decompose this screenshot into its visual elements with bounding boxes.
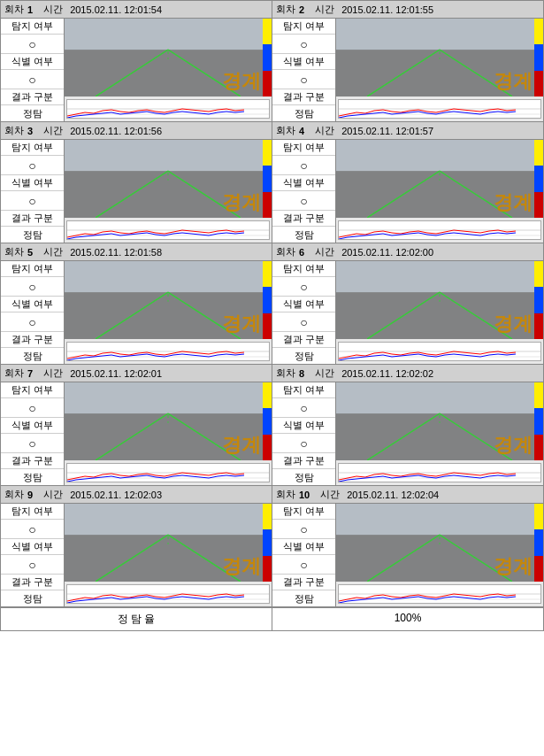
bar-blue-3	[263, 166, 272, 191]
color-bar-1	[263, 19, 272, 96]
bar-blue-5	[263, 287, 272, 312]
road-scene-8: 경계	[336, 382, 543, 460]
identification-circle-5: ○	[1, 312, 64, 332]
identification-label-6: 식별 여부	[272, 297, 335, 312]
labels-col-1: 탐지 여부 ○ 식별 여부 ○ 결과 구분 정탐	[1, 19, 65, 121]
bar-blue-2	[534, 44, 543, 70]
round-id-5: 5	[27, 247, 33, 258]
round-id-10: 10	[299, 490, 310, 500]
jungdam-label-4: 정탐	[272, 227, 335, 243]
result-label-4: 결과 구분	[272, 211, 335, 227]
color-bar-2	[534, 19, 543, 96]
bottom-row: 정 탐 율 100%	[0, 607, 544, 631]
result-label-6: 결과 구분	[272, 332, 335, 348]
graph-strip-6	[336, 339, 543, 364]
color-bar-3	[263, 140, 272, 218]
identification-circle-1: ○	[1, 70, 64, 89]
jungdam-label-10: 정탐	[272, 590, 335, 606]
image-col-7: 경계	[65, 382, 272, 485]
time-value-3: 2015.02.11. 12:01:56	[70, 126, 162, 136]
detection-circle-8: ○	[272, 398, 335, 418]
image-col-4: 경계	[336, 140, 543, 243]
labels-col-5: 탐지 여부 ○ 식별 여부 ○ 결과 구분 정탐	[1, 261, 65, 364]
bar-red-9	[263, 556, 272, 582]
graph-svg-3	[67, 221, 269, 239]
round-label-1: 회차	[4, 3, 24, 16]
graph-svg-1	[67, 100, 269, 118]
jungdam-label-2: 정탐	[272, 105, 335, 121]
graph-strip-3	[65, 218, 272, 243]
jungdam-label-5: 정탐	[1, 348, 64, 364]
bar-blue-8	[534, 408, 543, 434]
info-block-7: 탐지 여부 ○ 식별 여부 ○ 결과 구분 정탐 경계	[1, 382, 272, 485]
bar-blue-4	[534, 166, 543, 191]
detection-label-8: 탐지 여부	[272, 382, 335, 398]
graph-content-2	[338, 99, 541, 119]
bar-blue-9	[263, 529, 272, 555]
identification-label-2: 식별 여부	[272, 54, 335, 70]
detection-circle-6: ○	[272, 277, 335, 297]
detection-label-2: 탐지 여부	[272, 19, 335, 35]
identification-circle-7: ○	[1, 434, 64, 453]
round-content-7: 탐지 여부 ○ 식별 여부 ○ 결과 구분 정탐 경계	[1, 382, 272, 485]
info-block-1: 탐지 여부 ○ 식별 여부 ○ 결과 구분 정탐 경계	[1, 19, 272, 121]
round-content-3: 탐지 여부 ○ 식별 여부 ○ 결과 구분 정탐 경계	[1, 140, 272, 243]
time-label-5: 시간	[43, 245, 63, 258]
road-scene-3: 경계	[65, 140, 272, 218]
color-bar-8	[534, 382, 543, 460]
bar-yellow-8	[534, 382, 543, 408]
round-cell-1: 회차 1 시간 2015.02.11. 12:01:54 탐지 여부 ○ 식별 …	[1, 1, 272, 122]
color-bar-4	[534, 140, 543, 218]
round-cell-8: 회차 8 시간 2015.02.11. 12:02:02 탐지 여부 ○ 식별 …	[272, 365, 544, 486]
graph-svg-4	[339, 221, 540, 239]
round-header-7: 회차 7 시간 2015.02.11. 12:02:01	[1, 365, 272, 382]
identification-label-8: 식별 여부	[272, 418, 335, 434]
identification-circle-10: ○	[272, 555, 335, 575]
bar-red-5	[263, 313, 272, 339]
detection-circle-5: ○	[1, 277, 64, 297]
color-bar-6	[534, 261, 543, 339]
identification-label-5: 식별 여부	[1, 297, 64, 312]
detection-circle-9: ○	[1, 520, 64, 539]
bar-yellow-5	[263, 261, 272, 287]
identification-label-7: 식별 여부	[1, 418, 64, 434]
graph-content-5	[66, 342, 270, 361]
identification-label-3: 식별 여부	[1, 175, 64, 191]
identification-label-9: 식별 여부	[1, 539, 64, 555]
time-label-9: 시간	[43, 488, 63, 501]
identification-circle-3: ○	[1, 191, 64, 211]
result-label-10: 결과 구분	[272, 575, 335, 590]
round-content-6: 탐지 여부 ○ 식별 여부 ○ 결과 구분 정탐 경계	[272, 261, 543, 364]
round-cell-10: 회차 10 시간 2015.02.11. 12:02:04 탐지 여부 ○ 식별…	[272, 486, 544, 607]
round-label-6: 회차	[276, 245, 295, 258]
time-label-8: 시간	[315, 366, 334, 380]
detection-circle-3: ○	[1, 156, 64, 175]
graph-svg-7	[67, 464, 269, 482]
bar-yellow-4	[534, 140, 543, 166]
bar-blue-1	[263, 44, 272, 70]
road-scene-6: 경계	[336, 261, 543, 339]
time-label-4: 시간	[315, 124, 334, 137]
round-header-3: 회차 3 시간 2015.02.11. 12:01:56	[1, 122, 272, 140]
round-content-2: 탐지 여부 ○ 식별 여부 ○ 결과 구분 정탐 경계	[272, 19, 543, 121]
color-bar-9	[263, 504, 272, 582]
round-label-5: 회차	[4, 245, 24, 258]
time-label-10: 시간	[320, 488, 340, 501]
time-value-9: 2015.02.11. 12:02:03	[70, 490, 162, 500]
jungdam-label-1: 정탐	[1, 105, 64, 121]
round-cell-2: 회차 2 시간 2015.02.11. 12:01:55 탐지 여부 ○ 식별 …	[272, 1, 544, 122]
graph-strip-9	[65, 582, 272, 606]
image-col-3: 경계	[65, 140, 272, 243]
bar-yellow-1	[263, 19, 272, 44]
result-label-5: 결과 구분	[1, 332, 64, 348]
info-block-4: 탐지 여부 ○ 식별 여부 ○ 결과 구분 정탐 경계	[272, 140, 543, 243]
round-label-7: 회차	[4, 366, 24, 380]
graph-svg-6	[339, 343, 540, 360]
graph-strip-5	[65, 339, 272, 364]
round-id-7: 7	[27, 368, 33, 379]
detection-circle-10: ○	[272, 520, 335, 539]
labels-col-4: 탐지 여부 ○ 식별 여부 ○ 결과 구분 정탐	[272, 140, 336, 243]
round-label-2: 회차	[276, 3, 295, 16]
bar-red-8	[534, 435, 543, 460]
round-cell-5: 회차 5 시간 2015.02.11. 12:01:58 탐지 여부 ○ 식별 …	[1, 243, 272, 365]
